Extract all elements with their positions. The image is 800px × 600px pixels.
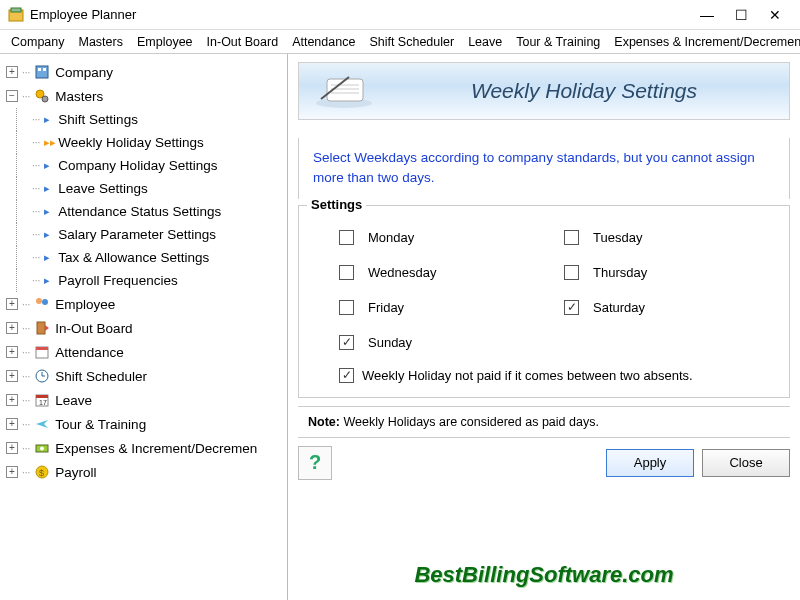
expand-icon[interactable]: + [6, 466, 18, 478]
day-label: Sunday [368, 335, 412, 350]
menu-bar: Company Masters Employee In-Out Board At… [0, 30, 800, 54]
svg-text:$: $ [39, 468, 44, 478]
tree-attendance[interactable]: +··· Attendance [4, 340, 283, 364]
calendar-icon [33, 344, 51, 360]
menu-tour[interactable]: Tour & Training [509, 33, 607, 51]
day-checkbox-monday[interactable] [339, 230, 354, 245]
tree-child-label: Weekly Holiday Settings [58, 135, 203, 150]
tree-leave[interactable]: +··· 17 Leave [4, 388, 283, 412]
menu-masters[interactable]: Masters [72, 33, 130, 51]
tree-tour[interactable]: +··· Tour & Training [4, 412, 283, 436]
tree-child-label: Leave Settings [58, 181, 147, 196]
day-label: Friday [368, 300, 404, 315]
day-label: Monday [368, 230, 414, 245]
tree-label: Shift Scheduler [55, 369, 147, 384]
expand-icon[interactable]: + [6, 298, 18, 310]
day-checkbox-wednesday[interactable] [339, 265, 354, 280]
day-checkbox-thursday[interactable] [564, 265, 579, 280]
tree-inout[interactable]: +··· In-Out Board [4, 316, 283, 340]
expand-icon[interactable]: + [6, 394, 18, 406]
tree-child-label: Salary Parameter Settings [58, 227, 216, 242]
tree-child-tax-allowance-settings[interactable]: ···▸ Tax & Allowance Settings [4, 246, 283, 269]
day-label: Saturday [593, 300, 645, 315]
tree-child-shift-settings[interactable]: ···▸ Shift Settings [4, 108, 283, 131]
menu-expenses[interactable]: Expenses & Increment/Decrement [607, 33, 800, 51]
window-title: Employee Planner [30, 7, 690, 22]
expand-icon[interactable]: + [6, 418, 18, 430]
settings-fieldset: Settings MondayTuesdayWednesdayThursdayF… [298, 205, 790, 398]
tree-label: Leave [55, 393, 92, 408]
tree-child-salary-parameter-settings[interactable]: ···▸ Salary Parameter Settings [4, 223, 283, 246]
paid-option-checkbox[interactable]: ✓ [339, 368, 354, 383]
coin-icon: $ [33, 464, 51, 480]
tree-label: Tour & Training [55, 417, 146, 432]
menu-attendance[interactable]: Attendance [285, 33, 362, 51]
day-checkbox-tuesday[interactable] [564, 230, 579, 245]
maximize-button[interactable]: ☐ [724, 4, 758, 26]
tree-child-company-holiday-settings[interactable]: ···▸ Company Holiday Settings [4, 154, 283, 177]
menu-leave[interactable]: Leave [461, 33, 509, 51]
note-row: Note: Weekly Holidays are considered as … [298, 406, 790, 438]
menu-inout[interactable]: In-Out Board [200, 33, 286, 51]
tree-label: Attendance [55, 345, 123, 360]
tree-employee[interactable]: +··· Employee [4, 292, 283, 316]
close-button[interactable]: Close [702, 449, 790, 477]
clock-icon [33, 368, 51, 384]
svg-rect-2 [36, 66, 48, 78]
building-icon [33, 64, 51, 80]
money-icon [33, 440, 51, 456]
day-checkbox-friday[interactable] [339, 300, 354, 315]
menu-employee[interactable]: Employee [130, 33, 200, 51]
note-text: Weekly Holidays are considered as paid d… [343, 415, 598, 429]
plane-icon [33, 416, 51, 432]
fieldset-legend: Settings [307, 197, 366, 212]
content-panel: Weekly Holiday Settings Select Weekdays … [288, 54, 800, 600]
expand-icon[interactable]: + [6, 322, 18, 334]
tree-child-attendance-status-settings[interactable]: ···▸ Attendance Status Settings [4, 200, 283, 223]
expand-icon[interactable]: + [6, 370, 18, 382]
menu-shift[interactable]: Shift Scheduler [362, 33, 461, 51]
door-icon [33, 320, 51, 336]
tree-child-label: Company Holiday Settings [58, 158, 217, 173]
apply-button[interactable]: Apply [606, 449, 694, 477]
tree-expenses[interactable]: +··· Expenses & Increment/Decremen [4, 436, 283, 460]
menu-company[interactable]: Company [4, 33, 72, 51]
arrow-icon: ▸ [44, 182, 58, 195]
day-checkbox-saturday[interactable]: ✓ [564, 300, 579, 315]
panel-title: Weekly Holiday Settings [389, 79, 779, 103]
tree-child-label: Payroll Frequencies [58, 273, 177, 288]
calendar-day-icon: 17 [33, 392, 51, 408]
expand-icon[interactable]: + [6, 346, 18, 358]
arrow-icon: ▸ [44, 159, 58, 172]
gears-icon [33, 88, 51, 104]
tree-label: Payroll [55, 465, 96, 480]
expand-icon[interactable]: + [6, 442, 18, 454]
arrow-icon: ▸ [44, 251, 58, 264]
collapse-icon[interactable]: − [6, 90, 18, 102]
tree-child-label: Attendance Status Settings [58, 204, 221, 219]
tree-masters[interactable]: −··· Masters [4, 84, 283, 108]
tree-child-leave-settings[interactable]: ···▸ Leave Settings [4, 177, 283, 200]
tree-payroll[interactable]: +··· $ Payroll [4, 460, 283, 484]
tree-child-label: Tax & Allowance Settings [58, 250, 209, 265]
day-label: Tuesday [593, 230, 642, 245]
day-checkbox-sunday[interactable]: ✓ [339, 335, 354, 350]
instruction-text: Select Weekdays according to company sta… [298, 138, 790, 199]
svg-rect-4 [43, 68, 46, 71]
tree-child-weekly-holiday-settings[interactable]: ···▸▸ Weekly Holiday Settings [4, 131, 283, 154]
expand-icon[interactable]: + [6, 66, 18, 78]
minimize-button[interactable]: — [690, 4, 724, 26]
svg-text:17: 17 [39, 399, 47, 406]
tree-label: In-Out Board [55, 321, 132, 336]
day-label: Wednesday [368, 265, 436, 280]
svg-marker-10 [45, 325, 49, 331]
help-button[interactable]: ? [298, 446, 332, 480]
tree-company[interactable]: +··· Company [4, 60, 283, 84]
people-icon [33, 296, 51, 312]
tree-label: Employee [55, 297, 115, 312]
tree-label: Expenses & Increment/Decremen [55, 441, 257, 456]
close-window-button[interactable]: ✕ [758, 4, 792, 26]
day-label: Thursday [593, 265, 647, 280]
tree-shift[interactable]: +··· Shift Scheduler [4, 364, 283, 388]
tree-child-payroll-frequencies[interactable]: ···▸ Payroll Frequencies [4, 269, 283, 292]
